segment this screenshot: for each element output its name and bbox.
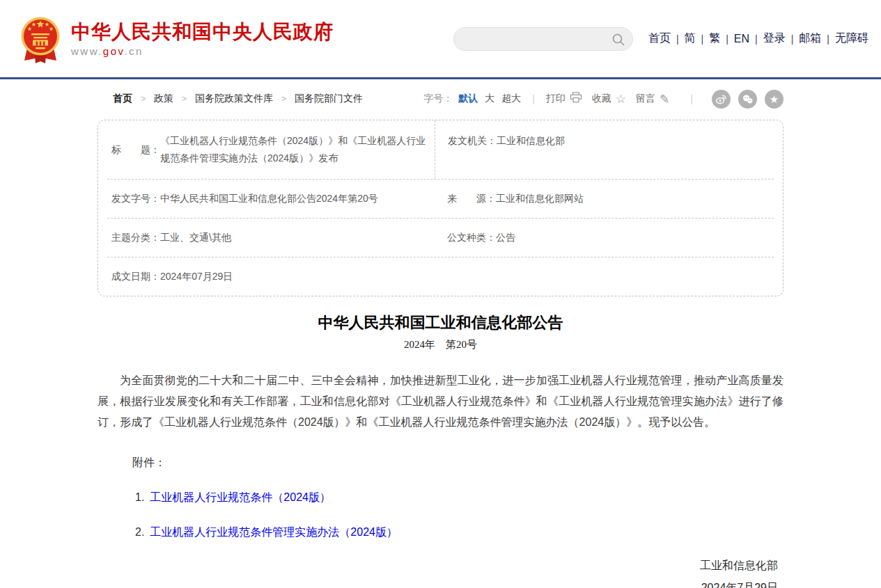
attachment-number: 1. [135,491,144,503]
breadcrumb-separator: > [281,94,286,104]
font-size-xlarge-button[interactable]: 超大 [501,93,521,105]
breadcrumb-policy-library[interactable]: 国务院政策文件库 [195,93,273,105]
nav-separator: | [676,33,679,45]
star-icon: ☆ [616,92,626,106]
nav-english[interactable]: EN [734,33,749,45]
national-emblem-logo [20,16,61,65]
breadcrumb-home[interactable]: 首页 [113,93,132,105]
attachment-item: 2.工业机器人行业规范条件管理实施办法（2024版） [98,525,783,540]
meta-agency-label: 发文机关： [448,132,497,167]
font-size-label: 字号： [423,93,453,105]
search-box[interactable] [453,27,633,51]
meta-cell-title: 标 题： 《工业机器人行业规范条件（2024版）》和《工业机器人行业规范条件管理… [107,120,435,179]
document-meta-table: 标 题： 《工业机器人行业规范条件（2024版）》和《工业机器人行业规范条件管理… [98,120,783,296]
meta-source-value: 工业和信息化部网站 [496,190,767,207]
breadcrumb-policy[interactable]: 政策 [154,93,173,105]
meta-cell-date: 成文日期： 2024年07月29日 [107,257,435,296]
meta-topic-value: 工业、交通\其他 [160,229,428,246]
share-wechat-icon[interactable] [738,90,757,109]
attachment-link-2[interactable]: 工业机器人行业规范条件管理实施办法（2024版） [150,526,398,538]
attachment-link-1[interactable]: 工业机器人行业规范条件（2024版） [150,491,331,503]
site-url: www.gov.cn [71,45,334,57]
share-weibo-icon[interactable] [712,90,731,109]
font-size-default-button[interactable]: 默认 [458,93,478,105]
sign-date: 2024年7月29日 [98,582,778,588]
meta-number-value: 中华人民共和国工业和信息化部公告2024年第20号 [160,190,428,207]
print-button[interactable]: 打印 [546,92,582,106]
document-paragraph: 为全面贯彻党的二十大和二十届二中、三中全会精神，加快推进新型工业化，进一步加强工… [98,370,783,433]
share-favorite-star-icon[interactable]: ★ [765,90,783,109]
favorite-label: 收藏 [592,93,611,105]
print-label: 打印 [546,93,566,105]
nav-traditional[interactable]: 繁 [709,31,720,46]
site-url-cn: .cn [124,45,143,57]
printer-icon [570,92,582,106]
top-nav: 首页 | 简 | 繁 | EN | 登录 | 邮箱 | 无障碍 [648,31,868,46]
meta-row-number-source: 发文字号： 中华人民共和国工业和信息化部公告2024年第20号 来 源： 工业和… [107,180,774,218]
signer-name: 工业和信息化部 [98,559,778,572]
site-title-block: 中华人民共和国中央人民政府 www.gov.cn [71,21,334,57]
nav-simplified[interactable]: 简 [685,31,696,46]
meta-kind-value: 公告 [496,229,767,246]
meta-number-label: 发文字号： [111,190,160,207]
header-brand: 中华人民共和国中央人民政府 www.gov.cn [20,13,334,65]
search-input[interactable] [464,28,610,50]
nav-login[interactable]: 登录 [763,31,786,46]
signature-block: 工业和信息化部 2024年7月29日 [98,559,783,588]
meta-row-title: 标 题： 《工业机器人行业规范条件（2024版）》和《工业机器人行业规范条件管理… [107,120,774,180]
meta-cell-topic: 主题分类： 工业、交通\其他 [107,218,435,257]
meta-row-topic-kind: 主题分类： 工业、交通\其他 公文种类： 公告 [107,218,774,257]
nav-separator: | [701,33,704,45]
pencil-icon: ✎ [660,92,669,106]
header-divider [0,77,881,79]
attachments-label: 附件： [98,456,783,470]
breadcrumb-dept-documents[interactable]: 国务院部门文件 [295,93,363,105]
nav-home[interactable]: 首页 [648,31,671,46]
article-toolbar: 字号： 默认 大 超大 | 打印 收藏 ☆ 留言 [423,90,783,109]
site-header: 中华人民共和国中央人民政府 www.gov.cn 首页 | 简 | 繁 | EN… [0,0,881,77]
breadcrumb: 首页 > 政策 > 国务院政策文件库 > 国务院部门文件 [98,93,363,105]
header-right: 首页 | 简 | 繁 | EN | 登录 | 邮箱 | 无障碍 [453,27,868,51]
attachment-item: 1.工业机器人行业规范条件（2024版） [98,491,783,505]
meta-cell-kind: 公文种类： 公告 [435,218,774,257]
site-title: 中华人民共和国中央人民政府 [71,21,334,43]
nav-separator: | [755,33,758,45]
meta-title-value: 《工业机器人行业规范条件（2024版）》和《工业机器人行业规范条件管理实施办法（… [160,132,428,167]
document-title: 中华人民共和国工业和信息化部公告 [98,313,783,333]
meta-cell-source: 来 源： 工业和信息化部网站 [435,180,774,218]
meta-title-label: 标 题： [111,141,160,159]
meta-cell-agency: 发文机关： 工业和信息化部 [435,120,774,179]
meta-agency-value: 工业和信息化部 [497,132,767,167]
font-size-large-button[interactable]: 大 [485,93,494,105]
meta-source-label: 来 源： [447,190,496,207]
nav-separator: | [791,33,794,45]
breadcrumb-separator: > [141,94,146,104]
site-url-www: www. [71,45,103,57]
nav-separator: | [827,33,829,45]
comment-button[interactable]: 留言 ✎ [636,92,669,106]
breadcrumb-toolbar-row: 首页 > 政策 > 国务院政策文件库 > 国务院部门文件 字号： 默认 大 超大… [98,82,783,116]
meta-date-value: 2024年07月29日 [160,268,428,285]
document-article: 中华人民共和国工业和信息化部公告 2024年 第20号 为全面贯彻党的二十大和二… [98,296,783,588]
toolbar-separator: | [532,93,535,104]
site-url-gov: gov [103,45,125,57]
meta-cell-number: 发文字号： 中华人民共和国工业和信息化部公告2024年第20号 [107,180,435,218]
breadcrumb-separator: > [182,94,187,104]
meta-date-label: 成文日期： [111,268,160,285]
favorite-button[interactable]: 收藏 ☆ [592,92,626,106]
main-content: 首页 > 政策 > 国务院政策文件库 > 国务院部门文件 字号： 默认 大 超大… [98,82,783,588]
meta-row-date: 成文日期： 2024年07月29日 [107,257,774,296]
search-icon[interactable] [611,33,625,49]
nav-separator: | [726,33,728,45]
meta-topic-label: 主题分类： [111,229,160,246]
toolbar-separator: | [690,93,693,104]
comment-label: 留言 [636,93,655,105]
nav-mail[interactable]: 邮箱 [799,31,821,46]
attachment-number: 2. [135,526,144,538]
nav-accessibility[interactable]: 无障碍 [835,31,868,46]
document-subtitle: 2024年 第20号 [98,338,783,351]
meta-kind-label: 公文种类： [447,229,496,246]
